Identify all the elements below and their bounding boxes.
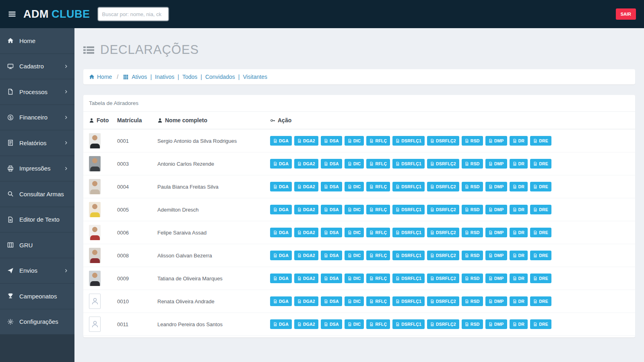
action-button-dr[interactable]: DR <box>510 251 528 260</box>
action-button-dsrflç2[interactable]: DSRFLÇ2 <box>427 159 459 169</box>
sidebar-item-consultar-armas[interactable]: Consultar Armas <box>0 181 74 207</box>
breadcrumb-filter-todos[interactable]: Todos <box>182 74 197 80</box>
action-button-dr[interactable]: DR <box>510 159 528 169</box>
action-button-dic[interactable]: DIC <box>345 205 364 214</box>
sidebar-item-configuracoes[interactable]: Configurações <box>0 309 74 335</box>
action-button-dre[interactable]: DRE <box>530 205 551 214</box>
action-button-dsrflç2[interactable]: DSRFLÇ2 <box>427 182 459 191</box>
action-button-dmp[interactable]: DMP <box>485 251 507 260</box>
action-button-dsrflç1[interactable]: DSRFLÇ1 <box>392 182 425 191</box>
action-button-dmp[interactable]: DMP <box>485 274 507 283</box>
sidebar-item-campeonatos[interactable]: Campeonatos <box>0 284 74 309</box>
action-button-dsrflç2[interactable]: DSRFLÇ2 <box>427 296 459 306</box>
action-button-dr[interactable]: DR <box>510 228 528 237</box>
action-button-rsd[interactable]: RSD <box>462 251 483 260</box>
action-button-dsa[interactable]: DSA <box>321 228 342 237</box>
action-button-dmp[interactable]: DMP <box>485 205 507 214</box>
action-button-rsd[interactable]: RSD <box>462 228 483 237</box>
action-button-dsrflç2[interactable]: DSRFLÇ2 <box>427 228 459 237</box>
action-button-dre[interactable]: DRE <box>530 274 551 283</box>
action-button-rflç[interactable]: RFLÇ <box>366 182 390 191</box>
action-button-dic[interactable]: DIC <box>345 274 364 283</box>
action-button-dga2[interactable]: DGA2 <box>294 251 318 260</box>
action-button-dr[interactable]: DR <box>510 205 528 214</box>
action-button-dmp[interactable]: DMP <box>485 228 507 237</box>
action-button-rsd[interactable]: RSD <box>462 182 483 191</box>
breadcrumb-filter-ativos[interactable]: Ativos <box>132 74 147 80</box>
logout-button[interactable]: SAIR <box>616 8 636 20</box>
breadcrumb-filter-convidados[interactable]: Convidados <box>205 74 235 80</box>
action-button-rsd[interactable]: RSD <box>462 319 483 329</box>
action-button-rflç[interactable]: RFLÇ <box>366 136 390 146</box>
action-button-dsrflç1[interactable]: DSRFLÇ1 <box>392 136 425 146</box>
action-button-dr[interactable]: DR <box>510 296 528 306</box>
action-button-dsa[interactable]: DSA <box>321 251 342 260</box>
action-button-dr[interactable]: DR <box>510 319 528 329</box>
action-button-dga[interactable]: DGA <box>270 296 292 306</box>
action-button-dsa[interactable]: DSA <box>321 136 342 146</box>
action-button-dsa[interactable]: DSA <box>321 296 342 306</box>
action-button-dsrflç1[interactable]: DSRFLÇ1 <box>392 251 425 260</box>
action-button-dga2[interactable]: DGA2 <box>294 319 318 329</box>
sidebar-item-impressoes[interactable]: Impressões <box>0 156 74 182</box>
breadcrumb-filter-visitantes[interactable]: Visitantes <box>243 74 267 80</box>
action-button-rsd[interactable]: RSD <box>462 136 483 146</box>
sidebar-item-editor-de-texto[interactable]: Editor de Texto <box>0 207 74 233</box>
action-button-dga2[interactable]: DGA2 <box>294 228 318 237</box>
action-button-rsd[interactable]: RSD <box>462 296 483 306</box>
action-button-dre[interactable]: DRE <box>530 136 551 146</box>
action-button-rflç[interactable]: RFLÇ <box>366 159 390 169</box>
app-logo[interactable]: ADMCLUBE <box>23 8 90 21</box>
action-button-dmp[interactable]: DMP <box>485 296 507 306</box>
action-button-dga[interactable]: DGA <box>270 274 292 283</box>
action-button-dsrflç1[interactable]: DSRFLÇ1 <box>392 319 425 329</box>
action-button-dga[interactable]: DGA <box>270 319 292 329</box>
action-button-dre[interactable]: DRE <box>530 159 551 169</box>
action-button-dic[interactable]: DIC <box>345 182 364 191</box>
action-button-dsrflç2[interactable]: DSRFLÇ2 <box>427 274 459 283</box>
action-button-dga2[interactable]: DGA2 <box>294 182 318 191</box>
action-button-dsa[interactable]: DSA <box>321 319 342 329</box>
search-input[interactable] <box>97 7 169 21</box>
action-button-dre[interactable]: DRE <box>530 182 551 191</box>
action-button-dr[interactable]: DR <box>510 136 528 146</box>
sidebar-item-gru[interactable]: GRU <box>0 232 74 258</box>
action-button-dmp[interactable]: DMP <box>485 159 507 169</box>
action-button-dga[interactable]: DGA <box>270 182 292 191</box>
action-button-rsd[interactable]: RSD <box>462 205 483 214</box>
action-button-dsrflç2[interactable]: DSRFLÇ2 <box>427 136 459 146</box>
action-button-dga2[interactable]: DGA2 <box>294 274 318 283</box>
action-button-dre[interactable]: DRE <box>530 296 551 306</box>
action-button-rsd[interactable]: RSD <box>462 274 483 283</box>
action-button-rflç[interactable]: RFLÇ <box>366 274 390 283</box>
action-button-dr[interactable]: DR <box>510 182 528 191</box>
sidebar-item-cadastro[interactable]: Cadastro <box>0 54 74 80</box>
sidebar-item-financeiro[interactable]: Financeiro <box>0 105 74 131</box>
action-button-rflç[interactable]: RFLÇ <box>366 228 390 237</box>
action-button-dsrflç1[interactable]: DSRFLÇ1 <box>392 205 425 214</box>
action-button-rflç[interactable]: RFLÇ <box>366 205 390 214</box>
action-button-dsrflç1[interactable]: DSRFLÇ1 <box>392 159 425 169</box>
action-button-dsa[interactable]: DSA <box>321 274 342 283</box>
action-button-dic[interactable]: DIC <box>345 296 364 306</box>
action-button-dsa[interactable]: DSA <box>321 159 342 169</box>
sidebar-item-envios[interactable]: Envios <box>0 258 74 284</box>
sidebar-item-relatorios[interactable]: Relatórios <box>0 130 74 156</box>
action-button-dic[interactable]: DIC <box>345 319 364 329</box>
action-button-rflç[interactable]: RFLÇ <box>366 296 390 306</box>
action-button-dic[interactable]: DIC <box>345 159 364 169</box>
breadcrumb-filter-inativos[interactable]: Inativos <box>155 74 174 80</box>
action-button-dic[interactable]: DIC <box>345 228 364 237</box>
action-button-dsrflç2[interactable]: DSRFLÇ2 <box>427 251 459 260</box>
action-button-dic[interactable]: DIC <box>345 136 364 146</box>
action-button-dga[interactable]: DGA <box>270 205 292 214</box>
action-button-dsrflç2[interactable]: DSRFLÇ2 <box>427 205 459 214</box>
action-button-rsd[interactable]: RSD <box>462 159 483 169</box>
action-button-dic[interactable]: DIC <box>345 251 364 260</box>
action-button-dsa[interactable]: DSA <box>321 205 342 214</box>
action-button-rflç[interactable]: RFLÇ <box>366 319 390 329</box>
breadcrumb-home-link[interactable]: Home <box>89 74 112 80</box>
action-button-dsa[interactable]: DSA <box>321 182 342 191</box>
action-button-dga2[interactable]: DGA2 <box>294 205 318 214</box>
action-button-dre[interactable]: DRE <box>530 319 551 329</box>
